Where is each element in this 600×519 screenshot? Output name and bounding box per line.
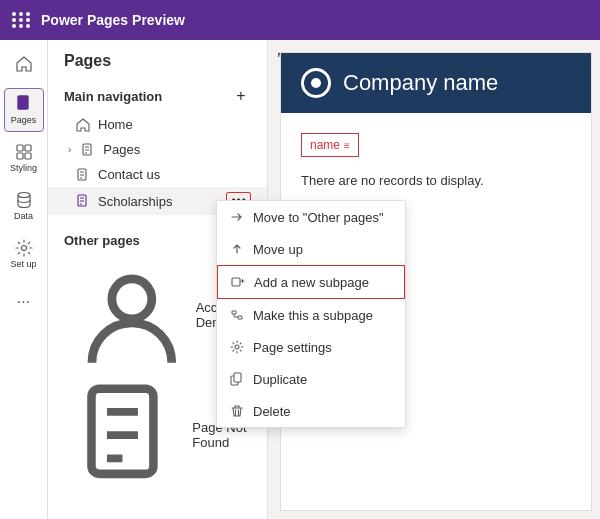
svg-rect-4	[25, 153, 31, 159]
app-title: Power Pages Preview	[41, 12, 185, 28]
home-nav-icon[interactable]	[4, 48, 44, 80]
name-field: name ≡	[301, 133, 359, 157]
ctx-delete-label: Delete	[253, 404, 291, 419]
name-field-label: name	[310, 138, 340, 152]
ctx-move-other-label: Move to "Other pages"	[253, 210, 384, 225]
setup-label: Set up	[10, 259, 36, 269]
preview-header: Company name	[281, 53, 591, 113]
svg-rect-3	[17, 153, 23, 159]
nav-item-home[interactable]: Home	[48, 112, 267, 137]
more-dots: ···	[17, 293, 30, 311]
svg-point-6	[21, 246, 26, 251]
company-logo-inner	[311, 78, 321, 88]
app-grid-icon[interactable]	[12, 12, 31, 28]
svg-point-13	[235, 345, 239, 349]
svg-point-5	[18, 193, 30, 198]
styling-label: Styling	[10, 163, 37, 173]
context-menu: Move to "Other pages" Move up	[216, 200, 406, 428]
main-nav-label: Main navigation	[64, 89, 162, 104]
move-right-icon	[229, 209, 245, 225]
ctx-move-up[interactable]: Move up	[217, 233, 405, 265]
ctx-page-settings-label: Page settings	[253, 340, 332, 355]
svg-rect-2	[25, 145, 31, 151]
nav-pages-label: Pages	[103, 142, 140, 157]
ctx-make-subpage-label: Make this a subpage	[253, 308, 373, 323]
settings-icon	[229, 339, 245, 355]
arrow-up-icon	[229, 241, 245, 257]
duplicate-icon	[229, 371, 245, 387]
nav-item-pages[interactable]: › Pages	[48, 137, 267, 162]
nav-item-contact[interactable]: Contact us	[48, 162, 267, 187]
main-layout: Pages Styling Data	[0, 40, 600, 519]
ctx-duplicate[interactable]: Duplicate	[217, 363, 405, 395]
ctx-add-subpage-label: Add a new subpage	[254, 275, 369, 290]
preview-content: name ≡ There are no records to display.	[281, 113, 591, 208]
no-records-text: There are no records to display.	[301, 173, 571, 188]
nav-home-label: Home	[98, 117, 133, 132]
data-label: Data	[14, 211, 33, 221]
top-bar: Power Pages Preview	[0, 0, 600, 40]
main-nav-header: Main navigation +	[48, 80, 267, 112]
name-field-icon: ≡	[344, 140, 350, 151]
nav-contact-label: Contact us	[98, 167, 160, 182]
svg-rect-15	[234, 373, 241, 382]
pages-panel: Pages Main navigation + Home › Pages	[48, 40, 268, 519]
make-subpage-icon	[229, 307, 245, 323]
company-name: Company name	[343, 70, 498, 96]
ctx-move-other[interactable]: Move to "Other pages"	[217, 201, 405, 233]
ctx-make-subpage[interactable]: Make this a subpage	[217, 299, 405, 331]
svg-point-10	[112, 279, 152, 319]
sidebar-item-data[interactable]: Data	[4, 184, 44, 228]
pages-panel-title: Pages	[48, 52, 267, 80]
sidebar-item-more[interactable]: ···	[4, 280, 44, 324]
svg-rect-1	[17, 145, 23, 151]
ctx-add-subpage[interactable]: Add a new subpage	[217, 265, 405, 299]
ctx-delete[interactable]: Delete	[217, 395, 405, 427]
ctx-move-up-label: Move up	[253, 242, 303, 257]
svg-rect-12	[232, 278, 240, 286]
pages-label: Pages	[11, 115, 37, 125]
pages-chevron-icon: ›	[68, 144, 71, 155]
nav-scholarships-label: Scholarships	[98, 194, 172, 209]
ctx-duplicate-label: Duplicate	[253, 372, 307, 387]
delete-icon	[229, 403, 245, 419]
company-logo-circle	[301, 68, 331, 98]
sidebar-item-pages[interactable]: Pages	[4, 88, 44, 132]
add-subpage-icon	[230, 274, 246, 290]
sidebar-item-styling[interactable]: Styling	[4, 136, 44, 180]
add-nav-item-button[interactable]: +	[231, 86, 251, 106]
no-records-prefix: The	[301, 173, 323, 188]
ctx-page-settings[interactable]: Page settings	[217, 331, 405, 363]
sidebar-icons: Pages Styling Data	[0, 40, 48, 519]
sidebar-item-setup[interactable]: Set up	[4, 232, 44, 276]
